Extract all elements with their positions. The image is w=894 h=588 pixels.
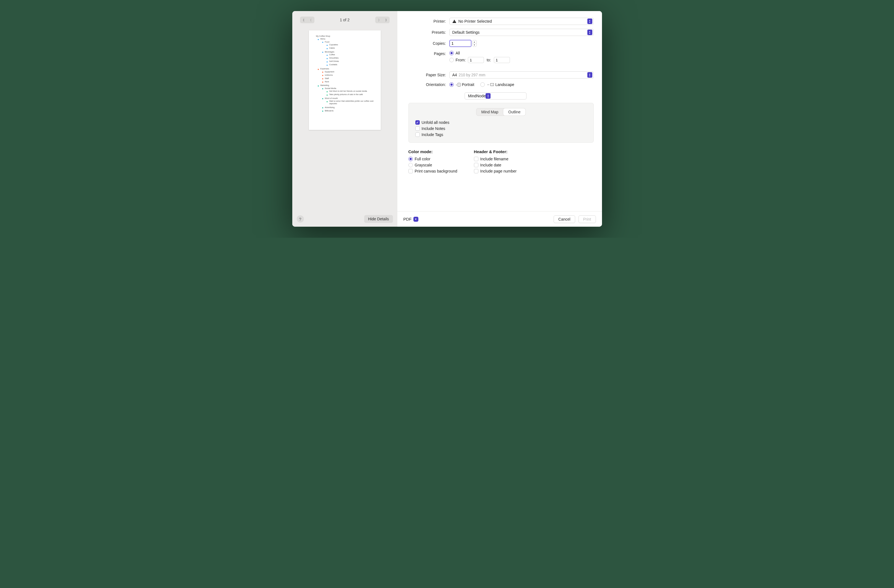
go-prev-page-button[interactable]: ⟨ (307, 17, 314, 23)
go-next-page-button[interactable]: ⟩ (375, 17, 382, 23)
outline-root: My Coffee ShopMenuFoodCupcakesCakesBever… (314, 34, 377, 113)
include-notes-label: Include Notes (422, 126, 445, 131)
print-bg-checkbox[interactable] (408, 169, 413, 173)
outline-node: Cocktails (328, 63, 377, 66)
outline-node: Coffee (328, 53, 377, 56)
unfold-checkbox[interactable]: ✓ (415, 120, 420, 125)
outline-node: MenuFoodCupcakesCakesBeveragesCoffeeSmoo… (319, 37, 377, 67)
orientation-portrait-label: Portrait (462, 82, 474, 87)
outline-node: Billboards (323, 109, 377, 112)
outline-node: Rent (323, 80, 377, 83)
pdf-label: PDF (403, 217, 412, 222)
presets-select[interactable]: Default Settings ▲▼ (449, 29, 594, 36)
presets-label: Presets: (397, 30, 449, 35)
print-button[interactable]: Print (578, 216, 596, 223)
outline-node: MarketingSocial MediaGet Mom to tell her… (319, 84, 377, 113)
presets-value: Default Settings (452, 30, 480, 35)
chevron-up-down-icon: ▲▼ (587, 30, 592, 35)
include-filename-checkbox[interactable] (474, 157, 479, 161)
include-tags-checkbox[interactable] (415, 133, 420, 137)
page-indicator: 1 of 2 (340, 18, 350, 22)
chevron-up-down-icon: ▲▼ (587, 72, 592, 78)
include-tags-label: Include Tags (422, 133, 443, 137)
chevron-up-down-icon: ▲▼ (486, 93, 491, 99)
paper-size-select[interactable]: A4 210 by 297 mm ▲▼ (449, 71, 594, 78)
include-date-checkbox[interactable] (474, 163, 479, 167)
include-page-number-label: Include page number (480, 169, 517, 173)
outline-node: Equipment (323, 70, 377, 73)
go-first-page-button[interactable]: ⟪ (300, 17, 307, 23)
segment-outline[interactable]: Outline (503, 109, 526, 116)
app-print-options: Mind Map Outline ✓ Unfold all nodes Incl… (408, 103, 594, 143)
chevron-down-icon: ▼ (414, 217, 418, 222)
copies-stepper[interactable]: ▲ ▼ (472, 40, 477, 47)
outline-node: Smoothies (328, 56, 377, 60)
include-date-label: Include date (480, 163, 501, 167)
outline-node: Advertising (323, 106, 377, 109)
header-footer-heading: Header & Footer: (474, 149, 517, 154)
hide-details-button[interactable]: Hide Details (364, 215, 393, 223)
pages-to-input[interactable] (494, 57, 510, 63)
help-button[interactable]: ? (297, 216, 304, 223)
app-section-value: MindNode (468, 94, 486, 98)
printer-value: No Printer Selected (459, 19, 492, 24)
include-filename-label: Include filename (480, 157, 509, 161)
full-color-radio[interactable] (408, 157, 413, 161)
outline-node: Take plenty pictures of cats in the café (328, 93, 377, 96)
copies-input[interactable] (449, 40, 471, 47)
segment-mindmap[interactable]: Mind Map (476, 109, 503, 116)
orientation-landscape-radio[interactable] (480, 82, 485, 87)
pages-label: Pages: (397, 51, 449, 56)
chevron-up-icon: ▲ (473, 40, 476, 44)
grayscale-radio[interactable] (408, 163, 413, 167)
warning-icon (452, 20, 456, 23)
print-dialog: ⟪ ⟨ 1 of 2 ⟩ ⟫ My Coffee ShopMenuFoodCup… (292, 11, 602, 227)
outline-node: Soft Drinks (328, 60, 377, 63)
outline-node: Get Mom to tell her friends on social me… (328, 90, 377, 93)
outline-node: Cakes (328, 47, 377, 50)
portrait-icon: ↕• (456, 83, 461, 86)
include-page-number-checkbox[interactable] (474, 169, 479, 173)
pages-from-input[interactable] (468, 57, 484, 63)
outline-node: Start a rumor that celebrities prefer ou… (328, 100, 377, 106)
pages-all-radio[interactable] (449, 51, 454, 55)
printer-label: Printer: (397, 19, 449, 24)
header-footer-group: Header & Footer: Include filename Includ… (474, 149, 517, 175)
preview-page-thumbnail: My Coffee ShopMenuFoodCupcakesCakesBever… (309, 30, 381, 130)
printer-select[interactable]: No Printer Selected ▲▼ (449, 18, 594, 25)
pdf-menu-button[interactable]: PDF ▼ (403, 217, 418, 222)
cancel-button[interactable]: Cancel (554, 216, 575, 223)
preview-nav-back-group: ⟪ ⟨ (300, 17, 314, 23)
view-mode-segmented: Mind Map Outline (476, 108, 526, 116)
orientation-label: Orientation: (397, 82, 449, 87)
outline-node: Staff (323, 77, 377, 80)
dialog-footer: ? Hide Details PDF ▼ Cancel Print (292, 211, 602, 227)
outline-node: BeveragesCoffeeSmoothiesSoft DrinksCockt… (323, 50, 377, 66)
paper-size-label: Paper Size: (397, 73, 449, 77)
outline-node: Social MediaGet Mom to tell her friends … (323, 86, 377, 96)
orientation-landscape-label: Landscape (495, 82, 514, 87)
color-mode-heading: Color mode: (408, 149, 458, 154)
preview-nav-fwd-group: ⟩ ⟫ (375, 17, 390, 23)
paper-size-value: A4 (452, 73, 457, 77)
outline-node: FoodCupcakesCakes (323, 40, 377, 50)
orientation-portrait-radio[interactable] (449, 82, 454, 87)
go-last-page-button[interactable]: ⟫ (382, 17, 390, 23)
app-section-select[interactable]: MindNode ▲▼ (465, 92, 527, 100)
pages-range-radio[interactable] (449, 58, 454, 62)
print-preview-pane: ⟪ ⟨ 1 of 2 ⟩ ⟫ My Coffee ShopMenuFoodCup… (292, 11, 397, 211)
full-color-label: Full color (415, 157, 430, 161)
chevron-up-down-icon: ▲▼ (587, 18, 592, 24)
pages-to-label: to: (487, 58, 491, 62)
print-bg-label: Print canvas background (415, 169, 458, 173)
print-options-pane: Printer: No Printer Selected ▲▼ Presets:… (397, 11, 602, 211)
pages-from-label: From: (456, 58, 466, 62)
pages-all-label: All (456, 51, 460, 55)
include-notes-checkbox[interactable] (415, 126, 420, 131)
copies-label: Copies: (397, 41, 449, 45)
paper-size-sub: 210 by 297 mm (459, 73, 486, 77)
unfold-label: Unfold all nodes (422, 120, 449, 125)
outline-node: Word of mouthStart a rumor that celebrit… (323, 96, 377, 106)
outline-node: Uniforms (323, 73, 377, 77)
outline-node: Cupcakes (328, 43, 377, 47)
